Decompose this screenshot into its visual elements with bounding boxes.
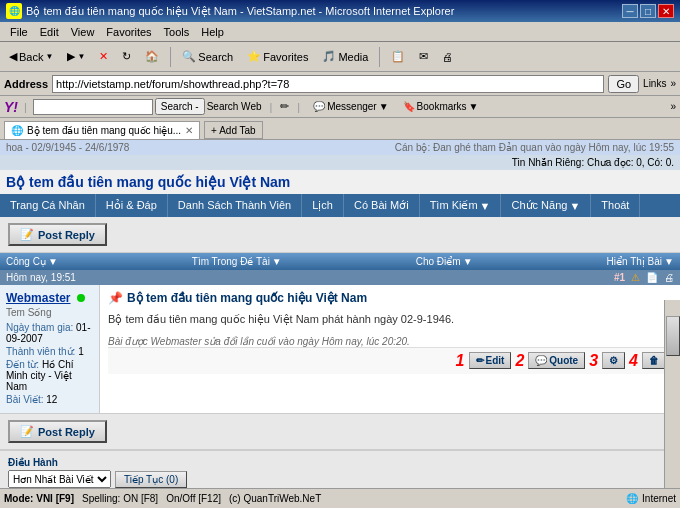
action-btn-4[interactable]: 🗑	[642, 352, 666, 369]
menu-favorites[interactable]: Favorites	[100, 25, 157, 39]
bookmarks-dropdown-icon: ▼	[469, 101, 479, 112]
nav-bai-moi[interactable]: Có Bài Mới	[344, 194, 420, 217]
media-button[interactable]: 🎵 Media	[317, 45, 373, 69]
post-reply-bar-bottom: 📝 Post Reply	[0, 414, 680, 450]
menu-tools[interactable]: Tools	[158, 25, 196, 39]
post-user-info: Ngày tham gia: 01-09-2007 Thành viên thứ…	[6, 322, 93, 405]
quote-button[interactable]: 💬 Quote	[528, 352, 585, 369]
bottom-area: Điều Hành Hơn Nhất Bài Viết Tiếp Tục (0)	[0, 450, 680, 488]
browser-tab[interactable]: 🌐 Bộ tem đầu tiên mang quốc hiệu... ✕	[4, 121, 200, 139]
scrollbar[interactable]	[664, 300, 680, 488]
member-number-value: 1	[78, 346, 84, 357]
nav-hoi-dap[interactable]: Hỏi & Đáp	[96, 194, 168, 217]
action-btn-3[interactable]: ⚙	[602, 352, 625, 369]
post-time: Hôm nay, 19:51	[6, 272, 76, 283]
star-icon: ⭐	[247, 50, 261, 63]
nav-lich[interactable]: Lịch	[302, 194, 344, 217]
internet-icon: 🌐	[626, 493, 638, 504]
add-tab-button[interactable]: + Add Tab	[204, 121, 263, 139]
bookmarks-icon: 🔖	[403, 101, 415, 112]
forward-dropdown-icon: ▼	[77, 52, 85, 61]
tab-label: Bộ tem đầu tiên mang quốc hiệu...	[27, 125, 181, 136]
stop-button[interactable]: ✕	[94, 45, 113, 69]
header-tim-trong[interactable]: Tìm Trong Đề Tài ▼	[192, 256, 282, 267]
yahoo-separator: |	[24, 101, 27, 113]
print-button[interactable]: 🖨	[437, 45, 458, 69]
pencil-icon: ✏	[280, 100, 289, 113]
header-cho-diem[interactable]: Cho Điểm ▼	[416, 256, 473, 267]
posts-value: 12	[46, 394, 57, 405]
minimize-button[interactable]: ─	[622, 4, 638, 18]
expand-icon-yahoo: »	[670, 101, 676, 112]
action-number-2: 2	[515, 352, 524, 370]
action-number-3: 3	[589, 352, 598, 370]
status-copyright: (c) QuanTriWeb.NeT	[229, 493, 321, 504]
menu-help[interactable]: Help	[195, 25, 230, 39]
menu-file[interactable]: File	[4, 25, 34, 39]
expand-icon: »	[670, 78, 676, 89]
search-toolbar-button[interactable]: 🔍 Search	[177, 45, 238, 69]
nav-trang-ca-nhan[interactable]: Trang Cá Nhân	[0, 194, 96, 217]
yahoo-search-button[interactable]: Search -	[155, 98, 205, 115]
header-hien-thi[interactable]: Hiển Thị Bài ▼	[607, 256, 674, 267]
post-edit-note: Bài được Webmaster sửa đổi lần cuối vào …	[108, 336, 672, 347]
header-cong-cu[interactable]: Công Cụ ▼	[6, 256, 58, 267]
cong-cu-dropdown-icon: ▼	[48, 256, 58, 267]
menu-edit[interactable]: Edit	[34, 25, 65, 39]
tab-close-icon[interactable]: ✕	[185, 125, 193, 136]
post-reply-button-bottom[interactable]: 📝 Post Reply	[8, 420, 107, 443]
forward-button[interactable]: ▶ ▼	[62, 45, 90, 69]
close-button[interactable]: ✕	[658, 4, 674, 18]
status-spelling: Spelling: ON [F8]	[82, 493, 158, 504]
forum-top-bar: hoa - 02/9/1945 - 24/6/1978 Cán bộ: Đan …	[0, 140, 680, 155]
top-notif: Tin Nhắn Riêng: Chưa đọc: 0, Có: 0.	[512, 157, 674, 168]
address-input[interactable]	[52, 75, 604, 93]
mail-button[interactable]: ✉	[414, 45, 433, 69]
posts-label: Bài Viết:	[6, 394, 44, 405]
status-onoff: On/Off [F12]	[166, 493, 221, 504]
post-reply-button-top[interactable]: 📝 Post Reply	[8, 223, 107, 246]
yahoo-search-input[interactable]	[33, 99, 153, 115]
bookmarks-button[interactable]: 🔖 Bookmarks ▼	[398, 98, 484, 116]
address-label: Address	[4, 78, 48, 90]
home-icon: 🏠	[145, 50, 159, 63]
maximize-button[interactable]: □	[640, 4, 656, 18]
post-subject: 📌 Bộ tem đầu tiên mang quốc hiệu Việt Na…	[108, 291, 672, 305]
post-table-header: Công Cụ ▼ Tìm Trong Đề Tài ▼ Cho Điểm ▼ …	[0, 253, 680, 270]
refresh-button[interactable]: ↻	[117, 45, 136, 69]
yahoo-bar: Y! | Search - Search Web | ✏ | 💬 Messeng…	[0, 96, 680, 118]
post-username[interactable]: Webmaster	[6, 291, 70, 305]
quote-icon: 💬	[535, 355, 547, 366]
nav-danh-sach[interactable]: Danh Sách Thành Viên	[168, 194, 302, 217]
back-button[interactable]: ◀ Back ▼	[4, 45, 58, 69]
history-button[interactable]: 📋	[386, 45, 410, 69]
favorites-button[interactable]: ⭐ Favorites	[242, 45, 313, 69]
continue-button[interactable]: Tiếp Tục (0)	[115, 471, 187, 488]
post-reply-icon: 📝	[20, 228, 34, 241]
post-body: Webmaster Tem Sống Ngày tham gia: 01-09-…	[0, 285, 680, 414]
go-button[interactable]: Go	[608, 75, 639, 93]
top-info: Cán bộ: Đan ghé tham Đản quan vào ngày H…	[395, 142, 674, 153]
nav-chuc-nang[interactable]: Chức Năng ▼	[501, 194, 591, 217]
post-actions: 1 ✏ Edit 2 💬 Quote 3 ⚙ 4 🗑	[108, 347, 672, 374]
tim-trong-dropdown-icon: ▼	[272, 256, 282, 267]
post-reply-icon-2: 📝	[20, 425, 34, 438]
post-content-panel: 📌 Bộ tem đầu tiên mang quốc hiệu Việt Na…	[100, 285, 680, 413]
location-label: Đến từ:	[6, 359, 39, 370]
nav-thoat[interactable]: Thoát	[591, 194, 640, 217]
nav-tim-kiem[interactable]: Tìm Kiếm ▼	[420, 194, 502, 217]
member-number-label: Thành viên thứ:	[6, 346, 75, 357]
separator-2	[379, 47, 380, 67]
top-notif-bar: Tin Nhắn Riêng: Chưa đọc: 0, Có: 0.	[0, 155, 680, 170]
scrollbar-thumb[interactable]	[666, 316, 680, 356]
yahoo-search-box: Search - Search Web	[33, 98, 262, 115]
home-button[interactable]: 🏠	[140, 45, 164, 69]
action-number-1: 1	[456, 352, 465, 370]
zone-label: Internet	[642, 493, 676, 504]
edit-button[interactable]: ✏ Edit	[469, 352, 512, 369]
tim-kiem-dropdown-icon: ▼	[480, 200, 491, 212]
menu-view[interactable]: View	[65, 25, 101, 39]
separator-1	[170, 47, 171, 67]
messenger-button[interactable]: 💬 Messenger ▼	[308, 98, 393, 116]
admin-select[interactable]: Hơn Nhất Bài Viết	[8, 470, 111, 488]
